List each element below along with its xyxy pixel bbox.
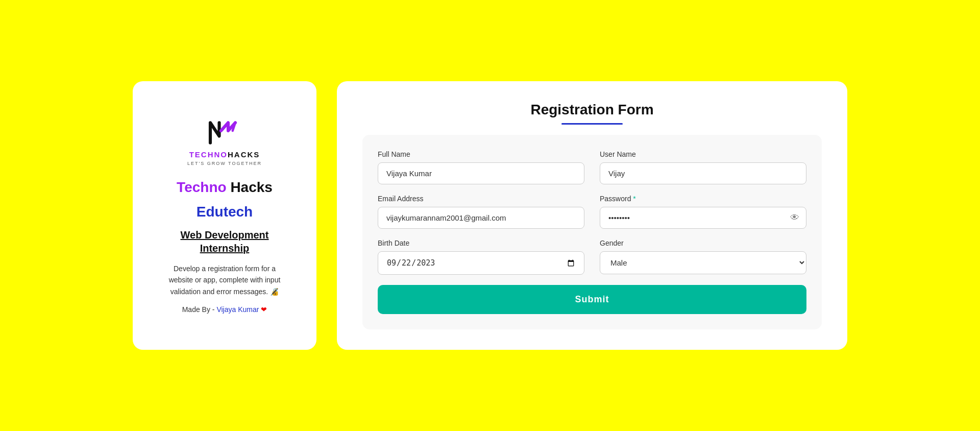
- password-label: Password *: [600, 195, 806, 203]
- form-group-birthdate: Birth Date: [378, 239, 584, 275]
- password-wrapper: 👁: [600, 207, 806, 229]
- brand-edutech: Edutech: [197, 204, 253, 220]
- form-row-2: Email Address Password * 👁: [378, 195, 806, 229]
- form-row-1: Full Name User Name: [378, 150, 806, 184]
- form-inner: Full Name User Name Email Address Passwo…: [362, 135, 822, 329]
- form-group-gender: Gender Male Female Other: [600, 239, 806, 275]
- heart-icon: ❤: [261, 305, 267, 314]
- submit-button[interactable]: Submit: [378, 285, 806, 314]
- birthdate-label: Birth Date: [378, 239, 584, 247]
- form-title: Registration Form: [362, 102, 822, 118]
- gender-select[interactable]: Male Female Other: [600, 251, 806, 274]
- brand-hacks: Hacks: [230, 179, 273, 195]
- logo-area: TECHNOHACKS LET'S GROW TOGETHER: [187, 117, 262, 166]
- password-input[interactable]: [600, 207, 806, 229]
- description: Develop a registration form for a websit…: [163, 263, 286, 297]
- logo-brand-text: TECHNOHACKS: [189, 150, 260, 159]
- left-card: TECHNOHACKS LET'S GROW TOGETHER Techno H…: [133, 81, 316, 350]
- internship-title: Web DevelopmentInternship: [181, 228, 269, 255]
- made-by-link[interactable]: Vijaya Kumar: [216, 305, 259, 314]
- logo-icon: [207, 117, 242, 148]
- logo-sub-text: LET'S GROW TOGETHER: [187, 161, 262, 166]
- username-label: User Name: [600, 150, 806, 158]
- brand-techno: Techno: [177, 179, 230, 195]
- made-by: Made By - Vijaya Kumar ❤: [182, 305, 267, 314]
- birthdate-input[interactable]: [378, 251, 584, 275]
- form-group-username: User Name: [600, 150, 806, 184]
- form-title-underline: [561, 123, 623, 125]
- form-group-password: Password * 👁: [600, 195, 806, 229]
- main-container: TECHNOHACKS LET'S GROW TOGETHER Techno H…: [133, 81, 847, 350]
- eye-icon[interactable]: 👁: [790, 212, 799, 223]
- fullname-input[interactable]: [378, 162, 584, 184]
- email-label: Email Address: [378, 195, 584, 203]
- right-card: Registration Form Full Name User Name Em…: [337, 81, 847, 350]
- form-title-wrapper: Registration Form: [362, 102, 822, 125]
- gender-label: Gender: [600, 239, 806, 247]
- email-input[interactable]: [378, 207, 584, 229]
- form-row-3: Birth Date Gender Male Female Other: [378, 239, 806, 275]
- fullname-label: Full Name: [378, 150, 584, 158]
- username-input[interactable]: [600, 162, 806, 184]
- brand-name-line: Techno Hacks: [177, 179, 273, 196]
- form-group-email: Email Address: [378, 195, 584, 229]
- form-group-fullname: Full Name: [378, 150, 584, 184]
